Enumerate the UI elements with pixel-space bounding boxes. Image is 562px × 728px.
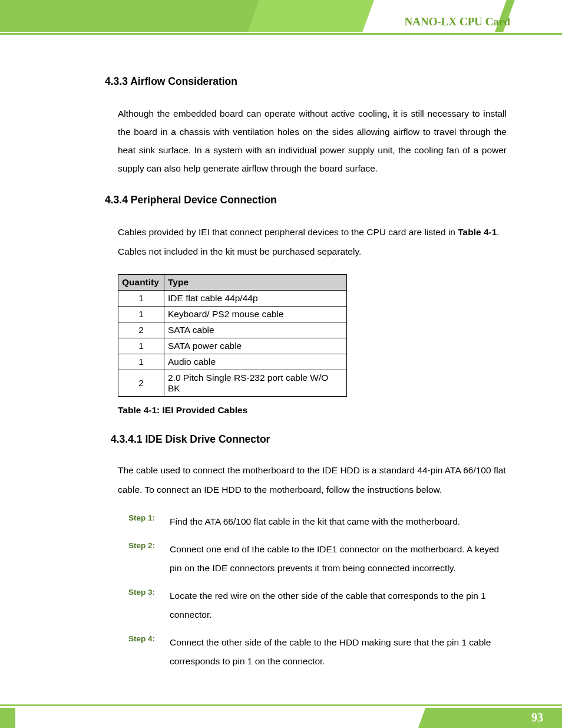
step-item: Step 4: Connect the other side of the ca…: [128, 633, 511, 671]
paragraph-4341: The cable used to connect the motherboar…: [118, 461, 507, 499]
heading-433: 4.3.3 Airflow Consideration: [105, 75, 511, 88]
table-header-row: Quantity Type: [118, 275, 347, 291]
intro-pre: Cables provided by IEI that connect peri…: [118, 227, 458, 237]
page: NANO-LX CPU Card 4.3.3 Airflow Considera…: [0, 0, 562, 728]
header-bg-left: [0, 0, 259, 32]
step-label: Step 4:: [128, 633, 170, 671]
page-footer: 93: [0, 704, 562, 728]
step-text: Connect the other side of the cable to t…: [170, 633, 511, 671]
th-type: Type: [164, 275, 347, 291]
table-row: 2SATA cable: [118, 322, 347, 338]
footer-bg-left: [0, 708, 15, 728]
cell-type: SATA cable: [164, 322, 347, 338]
cables-table: Quantity Type 1IDE flat cable 44p/44p 1K…: [118, 274, 347, 397]
paragraph-433: Although the embedded board can operate …: [118, 104, 507, 177]
step-text: Connect one end of the cable to the IDE1…: [170, 540, 511, 578]
table-row: 1Audio cable: [118, 354, 347, 370]
intro-ref: Table 4-1: [458, 227, 497, 237]
cell-qty: 1: [118, 291, 164, 307]
cell-type: Keyboard/ PS2 mouse cable: [164, 307, 347, 322]
step-label: Step 3:: [128, 587, 170, 625]
header-title: NANO-LX CPU Card: [405, 15, 510, 28]
table-row: 1IDE flat cable 44p/44p: [118, 291, 347, 307]
cell-qty: 1: [118, 338, 164, 354]
cell-type: IDE flat cable 44p/44p: [164, 291, 347, 307]
cell-qty: 1: [118, 307, 164, 322]
content-area: 4.3.3 Airflow Consideration Although the…: [105, 75, 511, 680]
table-caption: Table 4-1: IEI Provided Cables: [118, 405, 511, 416]
step-text: Find the ATA 66/100 flat cable in the ki…: [170, 512, 511, 532]
step-label: Step 2:: [128, 540, 170, 578]
cell-type: SATA power cable: [164, 338, 347, 354]
footer-bg-mid: [24, 708, 436, 728]
step-item: Step 1: Find the ATA 66/100 flat cable i…: [128, 512, 511, 532]
table-wrap: Quantity Type 1IDE flat cable 44p/44p 1K…: [118, 274, 511, 397]
page-number: 93: [531, 711, 543, 724]
cell-qty: 2: [118, 370, 164, 397]
footer-rule: [0, 704, 562, 706]
cell-type: 2.0 Pitch Single RS-232 port cable W/O B…: [164, 370, 347, 397]
step-text: Locate the red wire on the other side of…: [170, 587, 511, 625]
header-bg-mid: [247, 0, 374, 32]
cell-qty: 2: [118, 322, 164, 338]
table-row: 1Keyboard/ PS2 mouse cable: [118, 307, 347, 322]
table-row: 22.0 Pitch Single RS-232 port cable W/O …: [118, 370, 347, 397]
th-quantity: Quantity: [118, 275, 164, 291]
table-row: 1SATA power cable: [118, 338, 347, 354]
cell-qty: 1: [118, 354, 164, 370]
step-label: Step 1:: [128, 512, 170, 532]
header-rule: [0, 33, 562, 35]
step-item: Step 2: Connect one end of the cable to …: [128, 540, 511, 578]
paragraph-434-intro: Cables provided by IEI that connect peri…: [118, 223, 507, 261]
heading-4341: 4.3.4.1 IDE Disk Drive Connector: [111, 433, 511, 446]
steps-list: Step 1: Find the ATA 66/100 flat cable i…: [128, 512, 511, 671]
cell-type: Audio cable: [164, 354, 347, 370]
heading-434: 4.3.4 Peripheral Device Connection: [105, 194, 511, 206]
step-item: Step 3: Locate the red wire on the other…: [128, 587, 511, 625]
page-header: NANO-LX CPU Card: [0, 0, 562, 32]
